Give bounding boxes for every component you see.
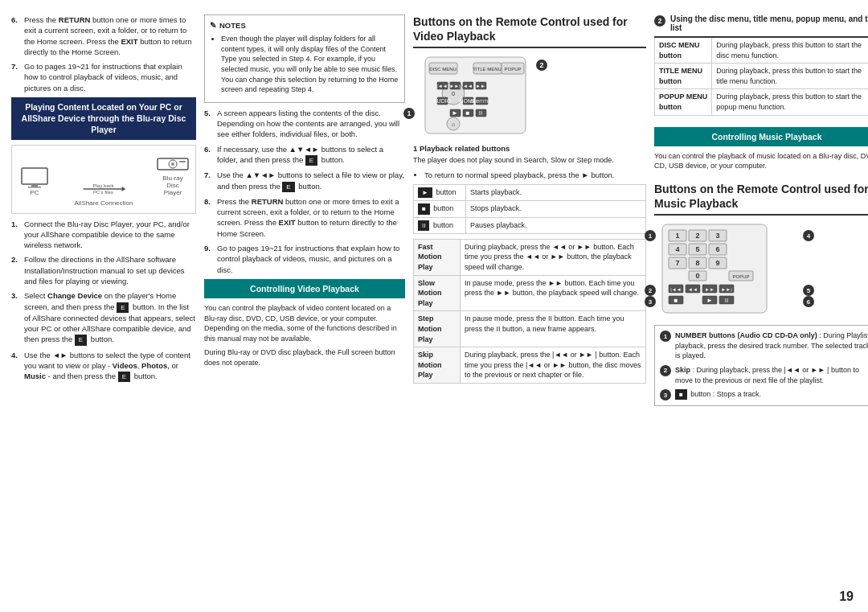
table-row: II button Pauses playback. <box>414 217 646 233</box>
page: 6. Press the RETURN button one or more t… <box>0 0 868 612</box>
svg-text:4: 4 <box>675 245 679 253</box>
step-num: 1. <box>11 219 21 251</box>
video-remote-title: Buttons on the Remote Control used for V… <box>413 14 646 48</box>
note-text-2: Skip : During playback, press the |◄◄ or… <box>675 365 868 385</box>
step-num: 3. <box>11 290 21 345</box>
svg-text:8: 8 <box>695 259 699 267</box>
step-text: A screen appears listing the contents of… <box>217 108 405 140</box>
step-motion-label: Step Motion Play <box>414 311 461 347</box>
svg-text:DISC MENU: DISC MENU <box>429 67 457 72</box>
svg-text:PC's files: PC's files <box>93 190 113 195</box>
notes-list: Even though the player will display fold… <box>210 34 399 95</box>
table-row: Slow Motion Play In pause mode, press th… <box>414 275 646 311</box>
svg-text:►: ► <box>452 109 458 117</box>
pause-desc-cell: Pauses playback. <box>466 217 646 233</box>
column-4: 2 Using the disc menu, title menu, popup… <box>654 14 868 604</box>
step-num: 5. <box>204 108 214 140</box>
svg-rect-2 <box>28 187 41 188</box>
svg-rect-10 <box>179 161 186 162</box>
music-note-2: 2 Skip : During playback, press the |◄◄ … <box>660 365 868 385</box>
note-circle-2: 2 <box>660 365 671 376</box>
step-6b: 6. If necessary, use the ▲▼◄► buttons to… <box>204 144 405 166</box>
step-num: 9. <box>204 243 214 275</box>
steps-list-1: 6. Press the RETURN button one or more t… <box>11 14 196 93</box>
step-text: Connect the Blu-ray Disc Player, your PC… <box>24 219 196 251</box>
music-note-1: 1 NUMBER buttons (Audio CD CD-DA only) :… <box>660 331 868 361</box>
svg-text:►►: ►► <box>705 287 714 292</box>
player-label: Blu-ray Disc Player <box>157 175 189 196</box>
enter-btn2: E <box>282 182 294 192</box>
note-text-3: ■ button : Stops a track. <box>675 389 761 400</box>
svg-text:⌂: ⌂ <box>452 121 455 127</box>
step-7b: 7. Use the ▲▼◄► buttons to select a file… <box>204 170 405 191</box>
note-text-1: NUMBER buttons (Audio CD CD-DA only) : D… <box>675 331 868 361</box>
step-motion-desc: In pause mode, press the II button. Each… <box>461 311 646 347</box>
music-remote-diagram: 1 2 3 4 5 6 7 8 <box>654 220 803 318</box>
video-playback-text: You can control the playback of video co… <box>204 303 405 343</box>
svg-text:3: 3 <box>715 232 719 240</box>
step-text: Use the ▲▼◄► buttons to select a file to… <box>217 170 405 191</box>
play-btn-cell: ► button <box>414 185 466 201</box>
fast-motion-desc: During playback, press the ◄◄ or ►► butt… <box>461 239 646 275</box>
svg-text:►: ► <box>706 297 713 304</box>
svg-text:1: 1 <box>675 232 679 240</box>
step-text: Press the RETURN button one or more time… <box>24 14 196 57</box>
music-ann-5: 5 <box>803 285 814 296</box>
pc-icon: PC <box>18 166 51 196</box>
step-6: 6. Press the RETURN button one or more t… <box>11 14 196 57</box>
video-remote-diagram: DISC MENU TITLE MENU 0 POPUP |◄◄ ►►| ◄◄ <box>413 53 538 139</box>
music-remote-title: Buttons on the Remote Control used for M… <box>654 182 868 216</box>
step-text: Go to pages 19~21 for instructions that … <box>24 61 196 93</box>
svg-text:9: 9 <box>715 259 719 267</box>
step-9: 9. Go to pages 19~21 for instructions th… <box>204 243 405 275</box>
svg-text:►►: ►► <box>476 84 485 88</box>
svg-text:5: 5 <box>695 245 699 253</box>
enter-button-icon: E <box>117 302 129 313</box>
popup-menu-name: POPUP MENUbutton <box>655 89 712 115</box>
table-row: ■ button Stops playback. <box>414 201 646 217</box>
step-1: 1. Connect the Blu-ray Disc Player, your… <box>11 219 196 251</box>
controlling-music-header: Controlling Music Playback <box>654 127 868 146</box>
steps-list-3: 5. A screen appears listing the contents… <box>204 108 405 275</box>
notes-item: Even though the player will display fold… <box>221 34 399 95</box>
enter-button-icon3: E <box>118 372 130 382</box>
allshare-label: AllShare Connection <box>18 199 189 207</box>
page-number: 19 <box>839 589 854 604</box>
svg-rect-0 <box>22 168 47 184</box>
step-num: 7. <box>11 61 21 93</box>
enter-btn: E <box>305 155 317 166</box>
svg-text:0: 0 <box>452 91 455 97</box>
svg-text:Play back: Play back <box>92 183 114 188</box>
svg-text:■: ■ <box>466 109 470 117</box>
svg-text:6: 6 <box>715 245 719 253</box>
svg-text:►►|: ►►| <box>721 287 732 292</box>
controlling-video-header: Controlling Video Playback <box>204 279 405 298</box>
playback-note: The player does not play sound in Search… <box>413 155 646 166</box>
svg-point-9 <box>171 162 174 166</box>
allshare-section-header: Playing Content Located on Your PC or Al… <box>11 97 196 140</box>
enter-button-icon2: E <box>75 335 87 345</box>
video-remote-svg: DISC MENU TITLE MENU 0 POPUP |◄◄ ►►| ◄◄ <box>413 53 538 138</box>
fast-motion-label: Fast Motion Play <box>414 239 461 275</box>
svg-text:|◄◄: |◄◄ <box>670 287 681 292</box>
svg-text:AUDIO: AUDIO <box>433 98 452 104</box>
playback-buttons-table: ► button Starts playback. ■ button Stops… <box>413 184 646 234</box>
step-text: Select Change Device on the player's Hom… <box>24 290 196 345</box>
video-remote-area: DISC MENU TITLE MENU 0 POPUP |◄◄ ►►| ◄◄ <box>413 53 646 139</box>
note-circle-3: 3 <box>660 389 671 400</box>
controlling-music-text: You can control the playback of music lo… <box>654 151 868 171</box>
svg-text:◄◄: ◄◄ <box>688 287 698 292</box>
note-circle-1: 1 <box>660 331 671 342</box>
video-playback-text2: During Blu-ray or DVD disc playback, the… <box>204 347 405 368</box>
stop-icon: ■ <box>418 203 430 214</box>
step-text: Follow the directions in the AllShare so… <box>24 254 196 286</box>
motion-table: Fast Motion Play During playback, press … <box>413 239 646 384</box>
stop-desc-cell: Stops playback. <box>466 201 646 217</box>
step-num: 6. <box>11 14 21 57</box>
step-num: 8. <box>204 196 214 239</box>
step-num: 7. <box>204 170 214 191</box>
svg-text:|◄◄: |◄◄ <box>436 84 447 88</box>
step-5: 5. A screen appears listing the contents… <box>204 108 405 140</box>
svg-marker-4 <box>122 187 126 191</box>
disc-menu-desc: During playback, press this button to st… <box>712 37 868 64</box>
